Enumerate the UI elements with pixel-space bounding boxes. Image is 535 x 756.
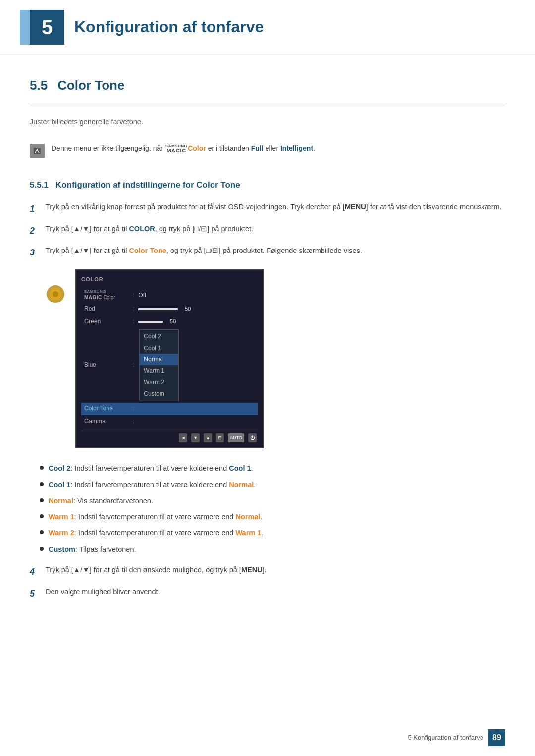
osd-bottom-bar: ◄ ▼ ▲ ⊟ AUTO ⏻: [81, 431, 258, 442]
osd-option-cool2: Cool 2: [140, 331, 178, 342]
step-4: 4 Tryk på [▲/▼] for at gå til den ønsked…: [30, 564, 505, 579]
chapter-title: Konfiguration af tonfarve: [74, 14, 264, 40]
step-text-3: Tryk på [▲/▼] for at gå til Color Tone, …: [46, 245, 505, 256]
step-num-5: 5: [30, 587, 39, 601]
step-2: 2 Tryk på [▲/▼] for at gå til COLOR, og …: [30, 223, 505, 238]
osd-sep-magic: :: [133, 291, 134, 300]
step-num-1: 1: [30, 202, 39, 216]
step-num-3: 3: [30, 246, 39, 260]
bullet-normal: Normal: Vis standardfarvetonen.: [40, 495, 505, 506]
osd-row-green: Green : 50: [81, 315, 258, 328]
subsection-title: Konfiguration af indstillingerne for Col…: [55, 180, 240, 190]
osd-sep-red: :: [133, 304, 134, 314]
bullet-ref-warm2: Warm 1: [235, 529, 261, 537]
subsection-heading: 5.5.1 Konfiguration af indstillingerne f…: [30, 178, 505, 192]
osd-bar-red: [138, 308, 178, 310]
bullet-cool2: Cool 2: Indstil farvetemperaturen til at…: [40, 463, 505, 474]
steps-list-2: 4 Tryk på [▲/▼] for at gå til den ønsked…: [30, 564, 505, 601]
osd-btn-enter: ⊟: [216, 433, 224, 442]
osd-sep-blue: :: [133, 360, 134, 370]
bullet-term-custom: Custom: [49, 545, 75, 553]
section-description: Juster billedets generelle farvetone.: [30, 116, 505, 128]
osd-screen: COLOR SAMSUNG MAGIC Color : Off Red : 50: [75, 269, 264, 448]
bullet-ref-cool1: Normal: [229, 481, 254, 489]
step-text-1: Tryk på en vilkårlig knap forrest på pro…: [46, 202, 505, 212]
note-icon: [30, 144, 45, 158]
step-num-2: 2: [30, 224, 39, 238]
chapter-number: 5: [42, 11, 53, 43]
bullet-term-normal: Normal: [49, 497, 73, 504]
osd-bar-red-container: 50: [138, 305, 255, 314]
osd-label-green: Green: [84, 317, 129, 326]
footer-chapter-text: 5 Konfiguration af tonfarve: [408, 733, 484, 743]
bullet-text-4: Warm 1: Indstil farvetemperaturen til at…: [49, 511, 262, 522]
osd-label-magic: SAMSUNG MAGIC Color: [84, 290, 129, 302]
main-content: 5.5 Color Tone Juster billedets generell…: [0, 75, 535, 651]
osd-container: COLOR SAMSUNG MAGIC Color : Off Red : 50: [46, 269, 505, 448]
bullet-text-5: Warm 2: Indstil farvetemperaturen til at…: [49, 527, 263, 538]
osd-val-magic: Off: [138, 291, 146, 300]
osd-option-cool1: Cool 1: [140, 343, 178, 354]
step-text-4: Tryk på [▲/▼] for at gå til den ønskede …: [46, 564, 505, 575]
osd-dropdown: Cool 2 Cool 1 Normal Warm 1 Warm 2 Custo…: [139, 329, 179, 401]
page-footer: 5 Konfiguration af tonfarve 89: [408, 729, 506, 746]
osd-option-warm1: Warm 1: [140, 365, 178, 377]
osd-label-colortone: Color Tone: [84, 404, 129, 413]
osd-row-blue: Blue : Cool 2 Cool 1 Normal Warm 1 Warm …: [81, 328, 258, 403]
step-1: 1 Tryk på en vilkårlig knap forrest på p…: [30, 202, 505, 216]
osd-option-normal: Normal: [140, 354, 178, 365]
osd-label-gamma: Gamma: [84, 417, 129, 426]
section-title: Color Tone: [57, 75, 124, 96]
osd-row-magic: SAMSUNG MAGIC Color : Off: [81, 288, 258, 303]
bullet-list: Cool 2: Indstil farvetemperaturen til at…: [40, 463, 505, 554]
osd-label-red: Red: [84, 304, 129, 314]
osd-option-warm2: Warm 2: [140, 377, 178, 388]
samsung-magic-logo: SAMSUNG MAGIC: [165, 144, 187, 153]
section-divider: [30, 106, 505, 106]
bullet-text-1: Cool 2: Indstil farvetemperaturen til at…: [49, 463, 253, 474]
subsection-number: 5.5.1: [30, 180, 49, 190]
osd-bar-green-container: 50: [138, 317, 255, 326]
bullet-text-2: Cool 1: Indstil farvetemperaturen til at…: [49, 479, 256, 490]
step-5: 5 Den valgte mulighed bliver anvendt.: [30, 586, 505, 601]
bullet-dot-6: [40, 547, 44, 551]
osd-title: COLOR: [81, 275, 258, 284]
bullet-dot-3: [40, 498, 44, 502]
page-header: 5 Konfiguration af tonfarve: [0, 0, 535, 55]
osd-sep-green: :: [133, 317, 134, 326]
osd-row-gamma: Gamma :: [81, 415, 258, 428]
bullet-cool1: Cool 1: Indstil farvetemperaturen til at…: [40, 479, 505, 490]
osd-barval-red: 50: [181, 305, 191, 314]
svg-point-3: [53, 291, 58, 297]
osd-sep-gamma: :: [133, 417, 134, 426]
bullet-ref-warm1: Normal: [235, 513, 260, 521]
osd-sep-colortone: :: [133, 404, 134, 413]
step-3: 3 Tryk på [▲/▼] for at gå til Color Tone…: [30, 245, 505, 260]
osd-bar-green: [138, 321, 163, 323]
osd-option-custom: Custom: [140, 388, 178, 400]
bullet-term-cool2: Cool 2: [49, 464, 70, 472]
bullet-warm2: Warm 2: Indstil farvetemperaturen til at…: [40, 527, 505, 538]
bullet-dot-5: [40, 530, 44, 534]
bullet-dot-2: [40, 482, 44, 486]
osd-btn-left: ◄: [179, 433, 187, 442]
osd-icon: [46, 284, 65, 304]
steps-list: 1 Tryk på en vilkårlig knap forrest på p…: [30, 202, 505, 259]
step-text-2: Tryk på [▲/▼] for at gå til COLOR, og tr…: [46, 223, 505, 234]
osd-btn-up: ▲: [204, 433, 212, 442]
osd-btn-down: ▼: [191, 433, 200, 442]
osd-dropdown-wrapper: Cool 2 Cool 1 Normal Warm 1 Warm 2 Custo…: [139, 329, 179, 401]
note-box: Denne menu er ikke tilgængelig, når SAMS…: [30, 138, 505, 163]
osd-label-blue: Blue: [84, 360, 129, 370]
bullet-term-cool1: Cool 1: [49, 481, 70, 489]
pencil-icon: [32, 146, 42, 156]
section-heading: 5.5 Color Tone: [30, 75, 505, 96]
bullet-dot-1: [40, 466, 44, 470]
chapter-number-box: 5: [30, 10, 64, 45]
osd-row-colortone: Color Tone :: [81, 403, 258, 415]
bullet-text-3: Normal: Vis standardfarvetonen.: [49, 495, 153, 506]
section-number: 5.5: [30, 75, 48, 96]
bullet-warm1: Warm 1: Indstil farvetemperaturen til at…: [40, 511, 505, 522]
step-num-4: 4: [30, 565, 39, 579]
note-text: Denne menu er ikke tilgængelig, når SAMS…: [52, 143, 315, 153]
